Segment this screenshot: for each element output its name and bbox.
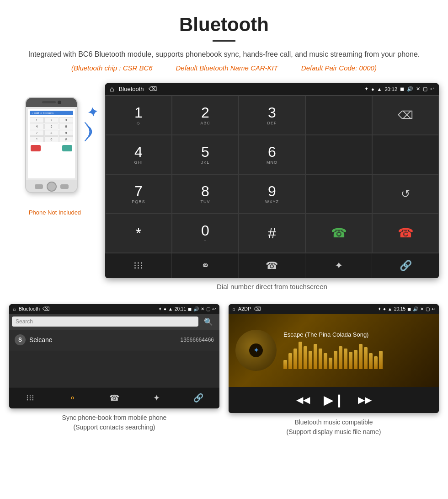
toolbar-phone-btn[interactable]: ☎ [239, 253, 305, 278]
phone-back-btn [35, 184, 43, 189]
toolbar-grid-btn[interactable]: ⁝⁝⁝ [105, 253, 172, 278]
music-eq-bars [283, 342, 432, 369]
dialpad-key-hash[interactable]: # [239, 214, 305, 253]
music-caption-line2: (Support display music file name) [287, 428, 381, 435]
dialpad-key-1[interactable]: 1 ◇ [105, 96, 172, 135]
pb-phone-btn[interactable]: ☎ [93, 387, 135, 408]
phonebook-screen: ⌂ Bluetooth ⌫ ✦ ● ▲ 20:11 ◼ 🔊 ✕ ▢ ↩ [9, 304, 219, 408]
phone-bottom [26, 180, 77, 193]
pb-close-icon: ✕ [201, 306, 204, 311]
pb-loc-icon: ● [164, 306, 166, 311]
eq-bar [288, 353, 292, 369]
dialpad-refresh[interactable]: ↺ [372, 174, 439, 214]
dialpad-area: 1 ◇ 2 ABC 3 DEF ⌫ 4 GHI [105, 95, 439, 253]
eq-bar [314, 344, 317, 369]
pb-link-btn[interactable]: 🔗 [177, 387, 219, 408]
phone-call-btn [62, 145, 72, 151]
pb-search-btn[interactable]: 🔍 [200, 316, 217, 328]
music-album-art: ✦ [235, 330, 277, 371]
pb-contacts-btn[interactable]: ⚬ [51, 387, 93, 408]
pb-vol-icon: 🔊 [193, 306, 199, 311]
dialpad-key-0[interactable]: 0 + [172, 214, 239, 253]
eq-bar [379, 351, 383, 369]
music-close-icon: ✕ [420, 306, 424, 311]
music-statusbar-left: ⌂ A2DP ⌫ [232, 306, 261, 312]
statusbar-right: ✦ ● ▲ 20:12 ◼ 🔊 ✕ ▢ ↩ [364, 86, 434, 92]
music-win-icon: ▢ [426, 306, 430, 311]
dialpad-key-8[interactable]: 8 TUV [172, 174, 239, 214]
music-next-btn[interactable]: ▶▶ [358, 394, 372, 405]
music-signal-icon: ▲ [388, 306, 392, 311]
backspace-icon: ⌫ [398, 109, 413, 122]
phone-add-contact-btn: +Add to Contacts [30, 111, 73, 115]
eq-bar [319, 349, 322, 369]
car-screen: ⌂ Bluetooth ⌫ ✦ ● ▲ 20:12 ◼ 🔊 ✕ ▢ ↩ [105, 83, 439, 278]
dialpad-key-2[interactable]: 2 ABC [172, 96, 239, 135]
pb-time: 20:11 [175, 306, 186, 311]
music-loc-icon: ● [383, 306, 386, 311]
dialpad-backspace[interactable]: ⌫ [372, 96, 439, 135]
dial-caption: Dial number direct from touchscreen [105, 283, 439, 293]
eq-bar [309, 351, 312, 369]
pb-home-icon: ⌂ [13, 306, 16, 311]
music-controls: ◀◀ ▶❙ ▶▶ [229, 387, 439, 413]
phone-body: +Add to Contacts 1 2 3 4 5 6 7 8 9 [25, 97, 78, 193]
pb-grid-btn[interactable]: ⁝⁝⁝ [9, 387, 51, 408]
music-title: A2DP [238, 306, 251, 311]
music-item: ⌂ A2DP ⌫ ✦ ● ▲ 20:15 ◼ 🔊 ✕ ▢ ↩ [229, 304, 439, 437]
eq-bar [334, 351, 337, 369]
spec-name: Default Bluetooth Name CAR-KIT [176, 64, 278, 72]
music-bt-icon: ✦ [378, 306, 381, 311]
pb-search-placeholder: Search [16, 318, 33, 325]
description-text: Integrated with BC6 Bluetooth module, su… [27, 48, 421, 60]
call-red-icon: ☎ [398, 225, 414, 241]
bt-waves-svg [85, 120, 101, 143]
pb-contact-row[interactable]: S Seicane 13566664466 [9, 330, 219, 350]
close-icon: ✕ [416, 86, 420, 92]
phone-bottom-btns [30, 145, 73, 151]
phone-camera [58, 101, 61, 104]
phone-menu-btn [60, 184, 69, 189]
eq-bar [283, 360, 287, 369]
dialpad-key-9[interactable]: 9 WXYZ [239, 174, 305, 214]
pb-contact-number: 13566664466 [181, 337, 214, 343]
dialpad-key-4[interactable]: 4 GHI [105, 135, 172, 174]
bt-signal: ✦ [85, 106, 101, 143]
dialpad-call-green[interactable]: ☎ [305, 214, 372, 253]
music-content: ✦ Escape (The Pina Colada Song) [229, 314, 439, 387]
window-icon: ▢ [423, 86, 427, 92]
dialpad-key-6[interactable]: 6 MNO [239, 135, 305, 174]
pb-search-input[interactable]: Search [12, 317, 198, 327]
music-cam-icon: ◼ [407, 306, 411, 311]
volume-icon: 🔊 [407, 86, 413, 92]
dialpad-key-5[interactable]: 5 JKL [172, 135, 239, 174]
page-title: Bluetooth [27, 14, 421, 36]
toolbar-bluetooth-btn[interactable]: ✦ [305, 253, 372, 278]
dialpad-key-3[interactable]: 3 DEF [239, 96, 305, 135]
pb-caption: Sync phone-book from mobile phone (Suppo… [62, 413, 167, 432]
phone-home-btn [47, 182, 57, 192]
phone-speaker [42, 101, 56, 103]
dialpad-key-7[interactable]: 7 PQRS [105, 174, 172, 214]
dialpad-key-star[interactable]: * [105, 214, 172, 253]
pb-win-icon: ▢ [206, 306, 210, 311]
music-back-icon: ↩ [432, 306, 435, 311]
toolbar-link-btn[interactable]: 🔗 [372, 253, 439, 278]
music-play-pause-btn[interactable]: ▶❙ [324, 392, 344, 408]
dialpad-empty-2 [305, 135, 372, 174]
screen-title: Bluetooth [119, 86, 144, 92]
usb-icon: ⌫ [149, 86, 157, 92]
eq-bar [329, 358, 332, 369]
phone-not-included-label: Phone Not Included [29, 209, 81, 216]
main-content: ✦ +Add to Contacts [0, 79, 448, 297]
bt-status-icon: ✦ [364, 86, 368, 92]
pb-bt-btn[interactable]: ✦ [135, 387, 177, 408]
spec-chip: (Bluetooth chip : CSR BC6 [71, 64, 153, 72]
music-statusbar: ⌂ A2DP ⌫ ✦ ● ▲ 20:15 ◼ 🔊 ✕ ▢ ↩ [229, 304, 439, 314]
music-prev-btn[interactable]: ◀◀ [296, 394, 310, 405]
music-statusbar-right: ✦ ● ▲ 20:15 ◼ 🔊 ✕ ▢ ↩ [378, 306, 435, 311]
phone-top-bar [26, 98, 77, 107]
dialpad-call-red[interactable]: ☎ [372, 214, 439, 253]
toolbar-contacts-btn[interactable]: ⚭ [172, 253, 239, 278]
music-time: 20:15 [394, 306, 405, 311]
